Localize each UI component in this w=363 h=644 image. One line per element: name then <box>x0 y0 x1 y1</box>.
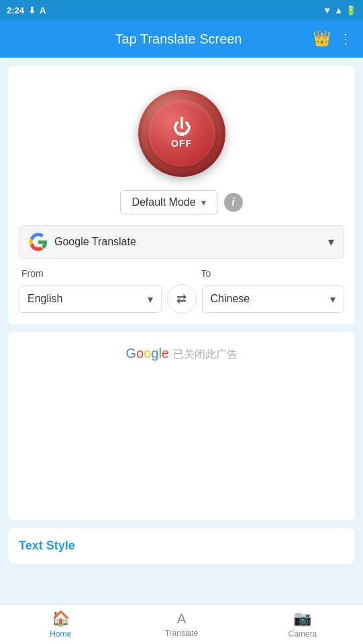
to-language-arrow: ▾ <box>330 293 335 306</box>
from-language-selector[interactable]: English ▾ <box>19 285 162 313</box>
mode-label: Default Mode <box>132 196 195 208</box>
status-bar: 2:24 ⬇ A ▼ ▲ 🔋 <box>0 0 363 20</box>
translate-icon: A <box>177 611 186 627</box>
more-menu-icon[interactable]: ⋮ <box>339 31 352 47</box>
from-language-value: English <box>28 293 62 305</box>
power-icon: ⏻ <box>172 118 191 137</box>
from-label: From <box>19 268 165 279</box>
nav-item-home[interactable]: 🏠 Home <box>0 606 121 643</box>
signal-icon: ▲ <box>334 5 343 15</box>
google-ad-text: Google 已关闭此广告 <box>125 346 237 362</box>
camera-icon: 📷 <box>293 610 311 627</box>
power-state-label: OFF <box>171 138 192 149</box>
app-title: Tap Translate Screen <box>44 31 313 47</box>
language-labels: From To <box>19 268 344 279</box>
sim-icon: A <box>40 5 46 15</box>
download-icon: ⬇ <box>28 5 36 15</box>
main-content: ⏻ OFF Default Mode ▾ i Goo <box>0 58 363 604</box>
swap-languages-button[interactable]: ⇄ <box>167 284 197 314</box>
header-icons: 👑 ⋮ <box>313 30 352 48</box>
swap-icon: ⇄ <box>176 292 187 306</box>
google-logo-icon <box>29 233 48 251</box>
from-language-arrow: ▾ <box>148 293 153 306</box>
time-display: 2:24 <box>7 5 24 15</box>
translate-engine-arrow: ▾ <box>328 235 334 249</box>
translate-engine-selector[interactable]: Google Translate ▾ <box>19 225 344 259</box>
camera-label: Camera <box>288 629 317 639</box>
text-style-card: Text Style <box>8 528 355 564</box>
home-label: Home <box>50 629 71 639</box>
wifi-icon: ▼ <box>323 5 331 15</box>
power-section: ⏻ OFF Default Mode ▾ i <box>19 76 344 225</box>
language-selectors: English ▾ ⇄ Chinese ▾ <box>19 284 344 314</box>
info-icon[interactable]: i <box>224 193 243 212</box>
translate-engine-name: Google Translate <box>54 236 321 248</box>
translate-label: Translate <box>165 629 199 638</box>
main-card: ⏻ OFF Default Mode ▾ i Goo <box>8 66 355 324</box>
nav-item-camera[interactable]: 📷 Camera <box>242 606 363 643</box>
ad-closed-text: 已关闭此广告 <box>173 348 238 360</box>
ad-card: Google 已关闭此广告 <box>8 332 355 520</box>
to-label: To <box>199 268 345 279</box>
mode-selector-row: Default Mode ▾ i <box>120 190 242 214</box>
ad-content: Google 已关闭此广告 <box>21 346 342 362</box>
power-button[interactable]: ⏻ OFF <box>138 90 225 177</box>
text-style-title: Text Style <box>19 539 75 552</box>
mode-dropdown-arrow: ▾ <box>201 197 206 208</box>
mode-dropdown[interactable]: Default Mode ▾ <box>120 190 217 214</box>
language-row: From To English ▾ ⇄ Chinese ▾ <box>19 268 344 314</box>
app-header: Tap Translate Screen 👑 ⋮ <box>0 20 363 58</box>
home-icon: 🏠 <box>52 610 70 627</box>
nav-item-translate[interactable]: A Translate <box>121 607 242 642</box>
status-bar-left: 2:24 ⬇ A <box>7 5 46 15</box>
to-language-selector[interactable]: Chinese ▾ <box>202 285 345 313</box>
crown-icon[interactable]: 👑 <box>313 30 331 48</box>
status-bar-right: ▼ ▲ 🔋 <box>323 5 356 15</box>
bottom-navigation: 🏠 Home A Translate 📷 Camera <box>0 604 363 644</box>
battery-icon: 🔋 <box>346 5 356 15</box>
to-language-value: Chinese <box>211 293 250 305</box>
